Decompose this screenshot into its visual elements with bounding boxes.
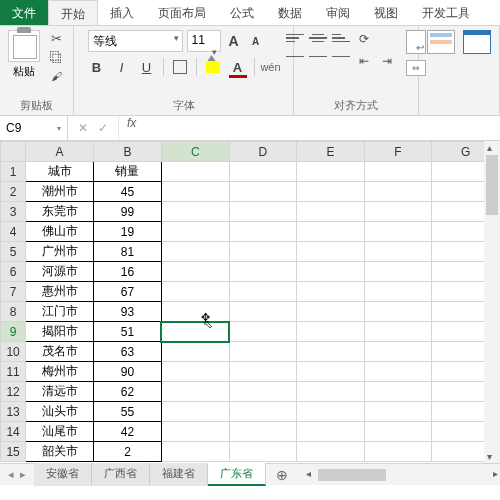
column-header-B[interactable]: B (94, 142, 162, 162)
cell-E15[interactable] (297, 442, 365, 462)
tab-layout[interactable]: 页面布局 (146, 0, 218, 25)
copy-button[interactable] (47, 49, 65, 65)
cell-C6[interactable] (161, 262, 229, 282)
row-header-1[interactable]: 1 (1, 162, 26, 182)
cell-C3[interactable] (161, 202, 229, 222)
sheet-tab-3[interactable]: 广东省 (208, 463, 266, 486)
border-button[interactable] (171, 58, 189, 76)
row-header-14[interactable]: 14 (1, 422, 26, 442)
cell-A12[interactable]: 清远市 (26, 382, 94, 402)
row-header-8[interactable]: 8 (1, 302, 26, 322)
horizontal-scrollbar[interactable]: ◂ ▸ (304, 467, 500, 483)
cell-B9[interactable]: 51 (94, 322, 162, 342)
cell-E4[interactable] (297, 222, 365, 242)
sheet-tab-1[interactable]: 广西省 (92, 463, 150, 486)
sheet-nav-prev-icon[interactable]: ◂ (8, 468, 14, 481)
cell-B5[interactable]: 81 (94, 242, 162, 262)
row-header-9[interactable]: 9 (1, 322, 26, 342)
cell-E6[interactable] (297, 262, 365, 282)
wrap-text-button[interactable] (406, 30, 426, 54)
select-all-corner[interactable] (1, 142, 26, 162)
tab-view[interactable]: 视图 (362, 0, 410, 25)
cell-B6[interactable]: 16 (94, 262, 162, 282)
conditional-format-button[interactable] (427, 30, 455, 54)
align-center-button[interactable] (309, 52, 327, 68)
cell-C1[interactable] (161, 162, 229, 182)
cell-C8[interactable] (161, 302, 229, 322)
orientation-button[interactable]: ⟳ (355, 30, 373, 48)
cell-B4[interactable]: 19 (94, 222, 162, 242)
cell-C12[interactable] (161, 382, 229, 402)
vertical-scrollbar[interactable]: ▴ ▾ (484, 141, 500, 463)
sheet-tab-0[interactable]: 安徽省 (34, 463, 92, 486)
cell-F14[interactable] (364, 422, 432, 442)
row-header-11[interactable]: 11 (1, 362, 26, 382)
tab-review[interactable]: 审阅 (314, 0, 362, 25)
cell-F8[interactable] (364, 302, 432, 322)
fx-icon[interactable]: fx (119, 116, 136, 140)
cell-C5[interactable] (161, 242, 229, 262)
column-header-C[interactable]: C (161, 142, 229, 162)
cell-F11[interactable] (364, 362, 432, 382)
cell-F3[interactable] (364, 202, 432, 222)
cell-A11[interactable]: 梅州市 (26, 362, 94, 382)
new-sheet-button[interactable]: ⊕ (266, 467, 298, 483)
tab-file[interactable]: 文件 (0, 0, 48, 25)
cell-E2[interactable] (297, 182, 365, 202)
cell-E10[interactable] (297, 342, 365, 362)
italic-button[interactable]: I (113, 58, 131, 76)
underline-button[interactable]: U (138, 58, 156, 76)
cell-E11[interactable] (297, 362, 365, 382)
column-header-D[interactable]: D (229, 142, 297, 162)
cell-C2[interactable] (161, 182, 229, 202)
phonetic-button[interactable]: wén (262, 58, 280, 76)
cell-A5[interactable]: 广州市 (26, 242, 94, 262)
cell-D1[interactable] (229, 162, 297, 182)
scroll-right-icon[interactable]: ▸ (493, 468, 498, 479)
cell-F12[interactable] (364, 382, 432, 402)
cell-F15[interactable] (364, 442, 432, 462)
cell-A10[interactable]: 茂名市 (26, 342, 94, 362)
cell-C11[interactable] (161, 362, 229, 382)
cell-A8[interactable]: 江门市 (26, 302, 94, 322)
align-bottom-button[interactable] (332, 30, 350, 46)
cell-A15[interactable]: 韶关市 (26, 442, 94, 462)
cell-A2[interactable]: 潮州市 (26, 182, 94, 202)
cell-B12[interactable]: 62 (94, 382, 162, 402)
cell-A1[interactable]: 城市 (26, 162, 94, 182)
cell-C15[interactable] (161, 442, 229, 462)
cell-D2[interactable] (229, 182, 297, 202)
cell-B3[interactable]: 99 (94, 202, 162, 222)
cell-F13[interactable] (364, 402, 432, 422)
column-header-E[interactable]: E (297, 142, 365, 162)
cell-A3[interactable]: 东莞市 (26, 202, 94, 222)
row-header-7[interactable]: 7 (1, 282, 26, 302)
cell-A6[interactable]: 河源市 (26, 262, 94, 282)
row-header-2[interactable]: 2 (1, 182, 26, 202)
cell-A13[interactable]: 汕头市 (26, 402, 94, 422)
cell-F5[interactable] (364, 242, 432, 262)
cell-E12[interactable] (297, 382, 365, 402)
cell-F2[interactable] (364, 182, 432, 202)
bold-button[interactable]: B (88, 58, 106, 76)
tab-insert[interactable]: 插入 (98, 0, 146, 25)
cell-D13[interactable] (229, 402, 297, 422)
cell-D9[interactable] (229, 322, 297, 342)
cell-D10[interactable] (229, 342, 297, 362)
cell-E3[interactable] (297, 202, 365, 222)
cell-F4[interactable] (364, 222, 432, 242)
tab-formulas[interactable]: 公式 (218, 0, 266, 25)
cell-F10[interactable] (364, 342, 432, 362)
scroll-left-icon[interactable]: ◂ (306, 468, 311, 479)
cell-A9[interactable]: 揭阳市 (26, 322, 94, 342)
cell-C9[interactable] (161, 322, 229, 342)
increase-font-button[interactable]: A (225, 32, 243, 50)
cell-D3[interactable] (229, 202, 297, 222)
cell-B15[interactable]: 2 (94, 442, 162, 462)
cell-F6[interactable] (364, 262, 432, 282)
column-header-A[interactable]: A (26, 142, 94, 162)
column-header-F[interactable]: F (364, 142, 432, 162)
cell-B13[interactable]: 55 (94, 402, 162, 422)
cell-B8[interactable]: 93 (94, 302, 162, 322)
format-painter-button[interactable] (47, 68, 65, 84)
